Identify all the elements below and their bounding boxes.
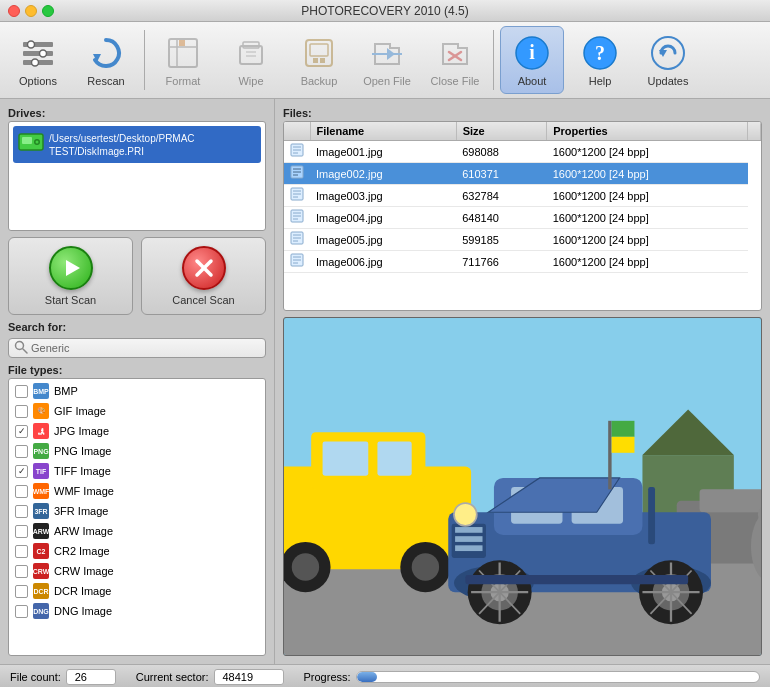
updates-icon [648,33,688,73]
wipe-button[interactable]: Wipe [219,26,283,94]
format-button[interactable]: Format [151,26,215,94]
ft-label-wmf: WMF Image [54,485,114,497]
file-row-size: 698088 [456,141,547,163]
start-scan-button[interactable]: Start Scan [8,237,133,315]
file-type-dng[interactable]: DNGDNG Image [11,601,263,621]
file-types-box[interactable]: BMPBMP🎨GIF Image✓🏞JPG ImagePNGPNG Image✓… [8,378,266,656]
file-row-icon [284,229,310,251]
format-icon [163,33,203,73]
file-type-3fr[interactable]: 3FR3FR Image [11,501,263,521]
svg-line-32 [23,349,27,353]
col-properties: Properties [547,122,748,141]
table-row[interactable]: Image003.jpg 632784 1600*1200 [24 bpp] [284,185,761,207]
svg-point-3 [28,41,35,48]
drives-box[interactable]: /Users/usertest/Desktop/PRMAC TEST/DiskI… [8,121,266,231]
close-file-icon [435,33,475,73]
ft-label-tiff: TIFF Image [54,465,111,477]
window-title: PHOTORECOVERY 2010 (4.5) [301,4,468,18]
maximize-button[interactable] [42,5,54,17]
search-select[interactable]: Generic [8,338,266,358]
ft-icon-cr2: C2 [33,543,49,559]
open-file-button[interactable]: Open File [355,26,419,94]
svg-rect-48 [377,441,411,475]
svg-point-4 [40,50,47,57]
file-type-jpg[interactable]: ✓🏞JPG Image [11,421,263,441]
help-button[interactable]: ? Help [568,26,632,94]
rescan-icon [86,33,126,73]
preview-container [283,317,762,656]
file-row-icon [284,207,310,229]
ft-check-dng [15,605,28,618]
svg-text:i: i [529,41,535,63]
file-row-name: Image006.jpg [310,251,456,273]
file-types-section: File types: BMPBMP🎨GIF Image✓🏞JPG ImageP… [8,364,266,656]
minimize-button[interactable] [25,5,37,17]
drive-item[interactable]: /Users/usertest/Desktop/PRMAC TEST/DiskI… [13,126,261,163]
file-row-props: 1600*1200 [24 bpp] [547,185,748,207]
backup-label: Backup [301,75,338,87]
file-row-name: Image002.jpg [310,163,456,185]
svg-marker-15 [387,48,395,60]
progress-bar [356,671,760,683]
drive-path-text: /Users/usertest/Desktop/PRMAC TEST/DiskI… [49,132,257,158]
file-type-crw[interactable]: CRWCRW Image [11,561,263,581]
table-row[interactable]: Image005.jpg 599185 1600*1200 [24 bpp] [284,229,761,251]
svg-rect-44 [700,489,761,512]
updates-label: Updates [648,75,689,87]
ft-icon-png: PNG [33,443,49,459]
open-file-label: Open File [363,75,411,87]
svg-rect-12 [310,44,328,56]
close-file-button[interactable]: Close File [423,26,487,94]
ft-icon-jpg: 🏞 [33,423,49,439]
ft-label-bmp: BMP [54,385,78,397]
ft-icon-arw: ARW [33,523,49,539]
svg-point-27 [36,141,39,144]
svg-marker-28 [66,260,80,276]
ft-check-3fr [15,505,28,518]
toolbar-separator-2 [493,30,494,90]
file-type-png[interactable]: PNGPNG Image [11,441,263,461]
ft-label-3fr: 3FR Image [54,505,108,517]
table-row[interactable]: Image004.jpg 648140 1600*1200 [24 bpp] [284,207,761,229]
file-row-props: 1600*1200 [24 bpp] [547,163,748,185]
backup-icon [299,33,339,73]
svg-rect-8 [179,40,185,46]
close-button[interactable] [8,5,20,17]
svg-rect-13 [313,58,318,63]
options-button[interactable]: Options [6,26,70,94]
ft-label-crw: CRW Image [54,565,114,577]
backup-button[interactable]: Backup [287,26,351,94]
traffic-lights [8,5,54,17]
ft-check-tiff: ✓ [15,465,28,478]
file-row-icon [284,163,310,185]
table-row[interactable]: Image006.jpg 711766 1600*1200 [24 bpp] [284,251,761,273]
preview-image [284,318,761,655]
svg-point-5 [32,59,39,66]
ft-check-cr2 [15,545,28,558]
rescan-button[interactable]: Rescan [74,26,138,94]
table-row[interactable]: Image002.jpg 610371 1600*1200 [24 bpp] [284,163,761,185]
wipe-label: Wipe [238,75,263,87]
file-type-dcr[interactable]: DCRDCR Image [11,581,263,601]
progress-fill [357,672,377,682]
file-type-gif[interactable]: 🎨GIF Image [11,401,263,421]
table-row[interactable]: Image001.jpg 698088 1600*1200 [24 bpp] [284,141,761,163]
about-label: About [518,75,547,87]
svg-rect-79 [648,487,655,544]
file-type-bmp[interactable]: BMPBMP [11,381,263,401]
cancel-scan-button[interactable]: Cancel Scan [141,237,266,315]
file-row-props: 1600*1200 [24 bpp] [547,207,748,229]
updates-button[interactable]: Updates [636,26,700,94]
file-type-wmf[interactable]: WMFWMF Image [11,481,263,501]
file-type-arw[interactable]: ARWARW Image [11,521,263,541]
wipe-icon [231,33,271,73]
drives-label: Drives: [8,107,266,119]
file-type-tiff[interactable]: ✓TIFTIFF Image [11,461,263,481]
svg-rect-47 [323,441,369,475]
about-button[interactable]: i About [500,26,564,94]
ft-icon-dng: DNG [33,603,49,619]
files-table-container[interactable]: Filename Size Properties Image001.jpg 69… [283,121,762,311]
ft-label-cr2: CR2 Image [54,545,110,557]
file-type-cr2[interactable]: C2CR2 Image [11,541,263,561]
file-row-size: 610371 [456,163,547,185]
